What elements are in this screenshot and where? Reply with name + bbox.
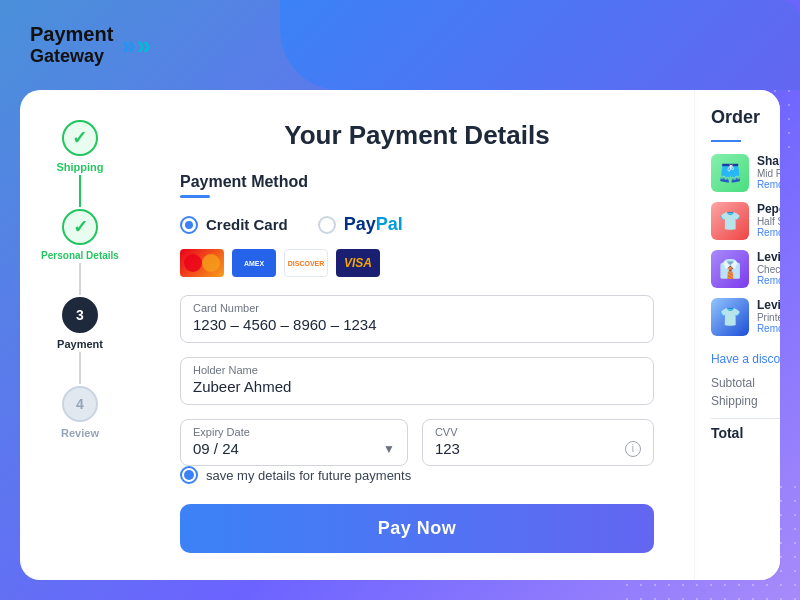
step-payment-number: 3 — [76, 307, 84, 323]
step-personal-label: Personal Details — [41, 250, 119, 261]
arrow-icon-1: » — [121, 32, 135, 58]
holder-name-group: Holder Name — [180, 357, 654, 405]
logo-arrows: » » — [121, 32, 151, 58]
amex-card-icon: AMEX — [232, 249, 276, 277]
item-desc-1: Half Sleeves Polo T-Shirt — [757, 216, 780, 227]
order-header: Order ✕ — [711, 106, 780, 128]
item-name-0: Shapes — [757, 154, 780, 168]
pay-now-button[interactable]: Pay Now — [180, 504, 654, 553]
order-item-3: 👕 Levi's Printed Polo T-Shirt Remove 1 ₹… — [711, 298, 780, 336]
step-review-number: 4 — [76, 396, 84, 412]
expiry-input[interactable] — [193, 440, 383, 457]
step-shipping: ✓ Shipping — [56, 120, 103, 173]
item-thumb-3: 👕 — [711, 298, 749, 336]
card-number-group: Card Number — [180, 295, 654, 343]
item-info-0: Shapes Mid Rise Casual Shorts Remove — [757, 154, 780, 190]
expiry-float-label: Expiry Date — [193, 426, 395, 438]
item-remove-1[interactable]: Remove — [757, 227, 780, 238]
step-personal-check-icon: ✓ — [73, 216, 88, 238]
cvv-info-icon[interactable]: i — [625, 441, 641, 457]
paypal-logo-pay: Pay — [344, 214, 376, 234]
item-info-3: Levi's Printed Polo T-Shirt Remove — [757, 298, 780, 334]
payment-form: Your Payment Details Payment Method Cred… — [140, 90, 694, 580]
item-remove-0[interactable]: Remove — [757, 179, 780, 190]
visa-card-icon: VISA — [336, 249, 380, 277]
item-name-1: Pepe — [757, 202, 780, 216]
discover-card-icon: DISCOVER — [284, 249, 328, 277]
card-icons-row: AMEX DISCOVER VISA — [180, 249, 654, 277]
cvv-float-label: CVV — [435, 426, 641, 438]
credit-card-label: Credit Card — [206, 216, 288, 233]
expiry-wrapper: Expiry Date ▼ — [180, 419, 408, 466]
step-payment-circle: 3 — [62, 297, 98, 333]
item-name-2: Levi's — [757, 250, 780, 264]
step-shipping-check-icon: ✓ — [72, 127, 87, 149]
credit-card-option[interactable]: Credit Card — [180, 216, 288, 234]
arrow-icon-2: » — [137, 32, 151, 58]
subtotal-label: Subtotal — [711, 376, 755, 390]
subtotal-row: Subtotal 5,823 — [711, 376, 780, 390]
maestro-card-icon — [180, 249, 224, 277]
step-review-label: Review — [61, 427, 99, 439]
order-item-1: 👕 Pepe Half Sleeves Polo T-Shirt Remove … — [711, 202, 780, 240]
payment-method-label: Payment Method — [180, 173, 654, 191]
item-thumb-1: 👕 — [711, 202, 749, 240]
item-info-1: Pepe Half Sleeves Polo T-Shirt Remove — [757, 202, 780, 238]
shipping-label: Shipping — [711, 394, 758, 408]
item-thumb-2: 👔 — [711, 250, 749, 288]
order-divider — [711, 140, 741, 142]
step-line-3 — [79, 352, 81, 384]
card-number-input[interactable] — [193, 316, 641, 333]
payment-method-underline — [180, 195, 210, 198]
cvv-inner: i — [435, 440, 641, 457]
step-review-circle: 4 — [62, 386, 98, 422]
credit-card-radio[interactable] — [180, 216, 198, 234]
holder-name-input[interactable] — [193, 378, 641, 395]
order-item-0: 🩳 Shapes Mid Rise Casual Shorts Remove 1… — [711, 154, 780, 192]
total-row: Total 5823.00 — [711, 418, 780, 441]
item-name-3: Levi's — [757, 298, 780, 312]
step-line-1 — [79, 175, 81, 207]
step-payment-label: Payment — [57, 338, 103, 350]
save-label: save my details for future payments — [206, 468, 411, 483]
paypal-option[interactable]: PayPal — [318, 214, 403, 235]
item-desc-3: Printed Polo T-Shirt — [757, 312, 780, 323]
item-thumb-0: 🩳 — [711, 154, 749, 192]
cvv-wrapper: CVV i — [422, 419, 654, 466]
logo-text-line2: Gateway — [30, 46, 113, 67]
expiry-cvv-row: Expiry Date ▼ CVV i — [180, 419, 654, 466]
blue-curve-decoration — [280, 0, 800, 90]
paypal-logo-pal: Pal — [376, 214, 403, 234]
step-payment: 3 Payment — [57, 297, 103, 350]
step-shipping-circle: ✓ — [62, 120, 98, 156]
payment-methods-row: Credit Card PayPal — [180, 214, 654, 235]
cvv-field: CVV i — [422, 419, 654, 466]
paypal-logo: PayPal — [344, 214, 403, 235]
card-number-wrapper: Card Number — [180, 295, 654, 343]
step-personal: ✓ Personal Details — [41, 209, 119, 261]
item-desc-0: Mid Rise Casual Shorts — [757, 168, 780, 179]
shipping-row: Shipping 0 — [711, 394, 780, 408]
save-checkbox-inner — [184, 470, 194, 480]
total-label: Total — [711, 425, 743, 441]
paypal-radio[interactable] — [318, 216, 336, 234]
holder-name-wrapper: Holder Name — [180, 357, 654, 405]
item-remove-3[interactable]: Remove — [757, 323, 780, 334]
expiry-inner: ▼ — [193, 440, 395, 457]
logo: Payment Gateway » » — [30, 23, 151, 67]
save-details-row: save my details for future payments — [180, 466, 654, 484]
order-panel: Order ✕ 🩳 Shapes Mid Rise Casual Shorts … — [694, 90, 780, 580]
discount-label: Have a discount code ? — [711, 352, 780, 366]
order-item-2: 👔 Levi's Checks Reversible Shirt Remove … — [711, 250, 780, 288]
step-line-2 — [79, 263, 81, 295]
cvv-input[interactable] — [435, 440, 625, 457]
item-info-2: Levi's Checks Reversible Shirt Remove — [757, 250, 780, 286]
logo-text-line1: Payment — [30, 23, 113, 46]
item-remove-2[interactable]: Remove — [757, 275, 780, 286]
save-checkbox[interactable] — [180, 466, 198, 484]
item-desc-2: Checks Reversible Shirt — [757, 264, 780, 275]
card-number-float-label: Card Number — [193, 302, 641, 314]
expiry-dropdown-icon[interactable]: ▼ — [383, 442, 395, 456]
payment-title: Your Payment Details — [180, 120, 654, 151]
discount-code-row[interactable]: Have a discount code ? — [711, 352, 780, 366]
